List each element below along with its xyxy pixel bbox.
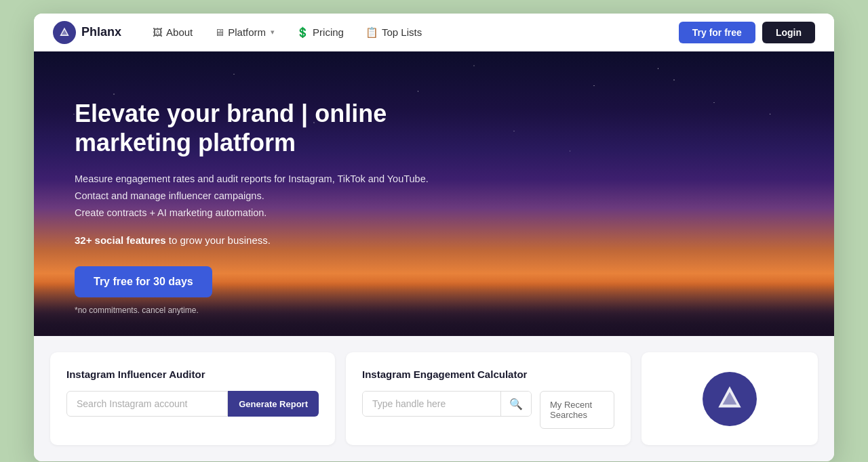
- hero-cta-button[interactable]: Try free for 30 days: [75, 266, 212, 297]
- about-icon: 🖼: [153, 26, 163, 38]
- auditor-card-title: Instagram Influencer Auditor: [66, 369, 319, 380]
- recent-searches-box: My Recent Searches: [540, 391, 614, 429]
- calc-input-row: 🔍: [362, 391, 532, 417]
- nav-item-top-lists[interactable]: 📋 Top Lists: [356, 22, 431, 43]
- pricing-icon: 💲: [296, 26, 309, 39]
- calc-card-title: Instagram Engagement Calculator: [362, 369, 614, 380]
- recent-searches-label: My Recent Searches: [550, 400, 604, 420]
- top-lists-icon: 📋: [366, 26, 378, 39]
- instagram-auditor-card: Instagram Influencer Auditor Generate Re…: [50, 352, 335, 445]
- nav-label-about: About: [166, 26, 193, 38]
- nav-label-top-lists: Top Lists: [382, 26, 422, 38]
- nav-item-pricing[interactable]: 💲 Pricing: [287, 22, 353, 43]
- engagement-calc-card: Instagram Engagement Calculator 🔍 My Rec…: [346, 352, 631, 445]
- chevron-down-icon: ▾: [271, 28, 275, 37]
- handle-input[interactable]: [363, 392, 500, 416]
- nav-label-pricing: Pricing: [313, 26, 344, 38]
- hero-title: Elevate your brand | online marketing pl…: [75, 99, 468, 157]
- big-logo-icon: [703, 372, 757, 426]
- hero-disclaimer: *no commitments. cancel anytime.: [75, 306, 468, 315]
- cards-section: Instagram Influencer Auditor Generate Re…: [34, 336, 834, 461]
- logo-text: Phlanx: [81, 25, 121, 39]
- navbar-actions: Try for free Login: [679, 22, 815, 43]
- generate-report-button[interactable]: Generate Report: [228, 391, 319, 417]
- logo-card: [642, 352, 818, 445]
- nav-item-platform[interactable]: 🖥 Platform ▾: [205, 22, 284, 42]
- navbar-nav: 🖼 About 🖥 Platform ▾ 💲 Pricing 📋 Top Lis…: [143, 22, 679, 43]
- login-button[interactable]: Login: [762, 22, 815, 43]
- try-free-button[interactable]: Try for free: [679, 22, 755, 43]
- logo-icon: [53, 21, 76, 44]
- logo[interactable]: Phlanx: [53, 21, 121, 44]
- nav-label-platform: Platform: [228, 26, 266, 38]
- nav-item-about[interactable]: 🖼 About: [143, 22, 202, 42]
- platform-icon: 🖥: [214, 26, 224, 38]
- hero-section: Elevate your brand | online marketing pl…: [34, 51, 834, 336]
- hero-features: 32+ social features to grow your busines…: [75, 234, 468, 246]
- navbar: Phlanx 🖼 About 🖥 Platform ▾ 💲 Pricing 📋 …: [34, 14, 834, 51]
- search-instagram-input[interactable]: [66, 391, 228, 417]
- search-icon-button[interactable]: 🔍: [500, 392, 531, 416]
- hero-description: Measure engagement rates and audit repor…: [75, 171, 468, 221]
- hero-content: Elevate your brand | online marketing pl…: [34, 51, 509, 336]
- main-window: Phlanx 🖼 About 🖥 Platform ▾ 💲 Pricing 📋 …: [34, 14, 834, 461]
- auditor-input-row: Generate Report: [66, 391, 319, 417]
